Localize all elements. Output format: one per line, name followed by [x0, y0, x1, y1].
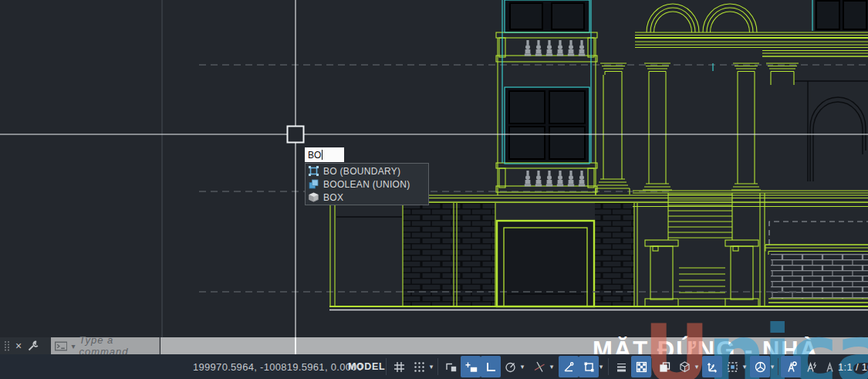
grid-toggle[interactable]: [389, 356, 409, 377]
customize-wrench-icon[interactable]: [27, 340, 39, 352]
ortho-toggle[interactable]: [481, 356, 501, 377]
coordinates-display: 199970.5964, -100819.5961, 0.0000: [193, 354, 363, 379]
dynamic-input-toggle[interactable]: [461, 356, 481, 377]
autocomplete-item-boolean-union[interactable]: BOOLEAN (UNION): [306, 178, 428, 191]
crosshair-vertical-extension: [295, 337, 296, 354]
typed-text: BO: [308, 150, 321, 161]
snap-flyout-caret[interactable]: ▾: [426, 356, 437, 377]
osnap-tracking-toggle[interactable]: [559, 356, 579, 377]
drawing-canvas[interactable]: [0, 0, 868, 340]
statusbar-separator: [778, 358, 778, 375]
infer-constraints-toggle[interactable]: [441, 356, 461, 377]
isometric-flyout-caret[interactable]: ▾: [546, 356, 557, 377]
status-bar: 199970.5964, -100819.5961, 0.0000 MODEL …: [0, 354, 868, 379]
drag-handle-icon[interactable]: [4, 340, 10, 351]
command-typed-input[interactable]: BO: [305, 147, 344, 162]
command-input[interactable]: ▾ Type a command: [51, 337, 160, 354]
annotation-scale-toggle[interactable]: [819, 356, 839, 377]
osnap-3d-flyout-caret[interactable]: ▾: [691, 356, 702, 377]
model-space-button[interactable]: MODEL: [348, 354, 385, 379]
autocomplete-item-box[interactable]: BOX: [306, 191, 428, 204]
statusbar-separator: [608, 358, 609, 375]
statusbar-separator: [386, 358, 387, 375]
command-bar-controls: ×: [0, 337, 51, 354]
transparency-toggle[interactable]: [631, 356, 651, 377]
dynamic-ucs-toggle[interactable]: [702, 356, 722, 377]
selection-filtering-flyout-caret[interactable]: ▾: [739, 356, 750, 377]
autocomplete-list: BO (BOUNDARY) BOOLEAN (UNION) BOX: [305, 163, 429, 205]
autocomplete-item-boundary[interactable]: BO (BOUNDARY): [306, 164, 428, 178]
annotation-visibility-toggle[interactable]: [781, 356, 801, 377]
statusbar-separator: [651, 358, 652, 375]
annotation-scale-value[interactable]: 1:1 / 100: [838, 354, 868, 379]
statusbar-separator: [437, 358, 438, 375]
hidden-outline: [769, 222, 868, 245]
lineweight-toggle[interactable]: [611, 356, 631, 377]
pickbox: [288, 127, 304, 143]
box-icon: [309, 192, 319, 202]
recent-commands-caret[interactable]: ▾: [71, 342, 75, 350]
text-caret: [322, 150, 323, 160]
close-icon[interactable]: ×: [15, 340, 22, 351]
boundary-icon: [309, 166, 319, 176]
command-prompt-icon: [55, 341, 67, 351]
polar-flyout-caret[interactable]: ▾: [517, 356, 528, 377]
selection-cycling-toggle[interactable]: [654, 356, 674, 377]
osnap-flyout-caret[interactable]: ▾: [596, 356, 606, 377]
autoscale-toggle[interactable]: [801, 356, 821, 377]
union-icon: [309, 179, 319, 189]
brick-walls: [403, 203, 868, 306]
gizmo-flyout-caret[interactable]: ▾: [767, 356, 778, 377]
